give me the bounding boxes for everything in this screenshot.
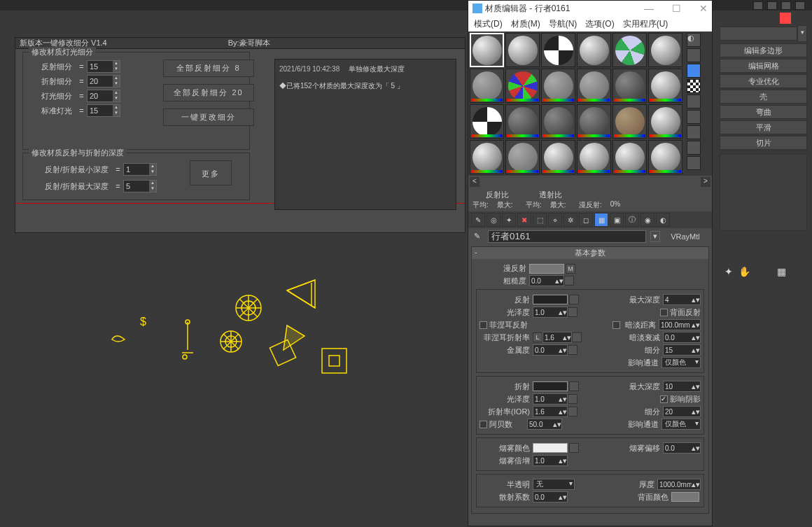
gloss-spinner[interactable]: ▴▾ bbox=[533, 307, 568, 318]
eyedropper-icon[interactable]: ✎ bbox=[474, 232, 484, 241]
fresnel-check[interactable] bbox=[479, 321, 487, 329]
mod-edit-poly[interactable]: 编辑多边形 bbox=[720, 43, 807, 57]
tool-icon[interactable]: ◉ bbox=[640, 213, 654, 227]
palette-button[interactable] bbox=[687, 110, 701, 124]
tool-icon[interactable]: ⓘ bbox=[625, 213, 639, 227]
sample-slot[interactable] bbox=[577, 33, 611, 67]
refr-subdiv-spinner[interactable]: ▲▼ bbox=[87, 75, 120, 87]
top-icon-2[interactable] bbox=[767, 1, 777, 10]
tool-icon[interactable]: ⬚ bbox=[533, 213, 547, 227]
sample-slot[interactable] bbox=[505, 33, 540, 67]
onekey-button[interactable]: 一键更改细分 bbox=[163, 108, 254, 126]
material-name-input[interactable] bbox=[488, 230, 646, 243]
backrefl-check[interactable] bbox=[660, 309, 668, 316]
rollout-header[interactable]: -基本参数 bbox=[472, 247, 708, 259]
palette-button[interactable] bbox=[687, 125, 701, 139]
sample-slot[interactable] bbox=[577, 104, 611, 139]
mod-smooth[interactable]: 平滑 bbox=[720, 120, 807, 134]
sample-slot[interactable] bbox=[541, 69, 575, 103]
all-refl-20-button[interactable]: 全部反射细分 20 bbox=[163, 84, 254, 101]
sample-slot[interactable] bbox=[541, 33, 575, 67]
top-icon-4[interactable] bbox=[795, 1, 805, 10]
menu-mode[interactable]: 模式(D) bbox=[474, 18, 503, 30]
maximize-icon[interactable]: ☐ bbox=[672, 3, 681, 14]
sample-slot[interactable] bbox=[470, 104, 504, 139]
sample-slot[interactable] bbox=[612, 69, 647, 103]
palette-button[interactable] bbox=[687, 64, 701, 78]
tool-icon[interactable]: ⋄ bbox=[548, 213, 562, 227]
sample-slot[interactable] bbox=[612, 104, 647, 139]
palette-button[interactable] bbox=[687, 48, 701, 62]
tool-icon[interactable]: ▣ bbox=[610, 213, 624, 227]
mod-slice[interactable]: 切片 bbox=[720, 136, 807, 150]
affshadow-check[interactable] bbox=[660, 395, 668, 403]
mod-shell[interactable]: 壳 bbox=[720, 90, 807, 104]
tool-icon[interactable]: ✋ bbox=[738, 266, 750, 277]
refr-swatch[interactable] bbox=[533, 381, 568, 391]
tool-icon[interactable]: ✦ bbox=[724, 266, 733, 277]
diffuse-swatch[interactable] bbox=[529, 264, 564, 274]
tool-icon[interactable]: ◻ bbox=[579, 213, 593, 227]
tool-icon[interactable]: ◎ bbox=[486, 213, 500, 227]
modifier-stack-area[interactable] bbox=[720, 154, 807, 231]
sample-slot[interactable] bbox=[505, 140, 540, 174]
delete-icon[interactable]: ✖ bbox=[517, 213, 531, 227]
modifier-dropdown[interactable] bbox=[720, 27, 797, 41]
menu-utils[interactable]: 实用程序(U) bbox=[623, 18, 668, 30]
sample-slot[interactable] bbox=[612, 140, 647, 174]
top-icon-3[interactable] bbox=[781, 1, 791, 10]
backcol-swatch[interactable] bbox=[671, 492, 699, 502]
mod-bend[interactable]: 弯曲 bbox=[720, 105, 807, 119]
fogcol-swatch[interactable] bbox=[533, 443, 568, 453]
scroll-left-icon[interactable]: < bbox=[470, 177, 479, 187]
dim-check[interactable] bbox=[612, 321, 620, 329]
sample-slot[interactable] bbox=[577, 140, 611, 174]
viewport[interactable]: $ bbox=[105, 259, 385, 399]
menu-nav[interactable]: 导航(N) bbox=[549, 18, 578, 30]
sample-slot[interactable] bbox=[541, 104, 575, 139]
diffuse-map-button[interactable]: M bbox=[566, 264, 575, 274]
dropdown-arrow-icon[interactable]: ▾ bbox=[650, 231, 660, 242]
affect-select[interactable]: 仅颜色 bbox=[662, 357, 701, 368]
refl-swatch[interactable] bbox=[533, 295, 568, 304]
sample-slot[interactable] bbox=[577, 69, 611, 103]
rough-spinner[interactable]: ▴▾ bbox=[529, 275, 564, 286]
sample-slot[interactable] bbox=[612, 33, 647, 67]
menu-material[interactable]: 材质(M) bbox=[511, 18, 540, 30]
abbe-check[interactable] bbox=[479, 421, 487, 428]
dropdown-arrow-icon[interactable]: ▾ bbox=[797, 25, 807, 42]
eyedropper-icon[interactable]: ✎ bbox=[471, 213, 485, 227]
palette-swatch-red[interactable] bbox=[780, 13, 791, 24]
sample-slot[interactable] bbox=[648, 140, 682, 174]
sample-slot[interactable] bbox=[648, 33, 682, 67]
palette-button[interactable]: ◐ bbox=[687, 33, 701, 47]
std-light-spinner[interactable]: ▲▼ bbox=[87, 104, 120, 117]
palette-button[interactable] bbox=[687, 156, 701, 170]
sample-slot[interactable] bbox=[470, 33, 504, 67]
tool-icon[interactable]: ✲ bbox=[564, 213, 578, 227]
sample-slot[interactable] bbox=[505, 69, 540, 103]
affect-select[interactable]: 仅颜色 bbox=[662, 419, 701, 430]
maxd-refl-spinner[interactable]: ▴▾ bbox=[663, 294, 701, 305]
mod-pro-optimize[interactable]: 专业优化 bbox=[720, 74, 807, 88]
window-titlebar[interactable]: 材质编辑器 - 行者0161 — ☐ ✕ bbox=[468, 1, 712, 16]
translucent-select[interactable]: 无 bbox=[533, 479, 575, 490]
scroll-right-icon[interactable]: > bbox=[701, 177, 710, 187]
min-depth-spinner[interactable]: ▲▼ bbox=[123, 163, 157, 176]
tool-icon[interactable]: ✦ bbox=[502, 213, 516, 227]
close-icon[interactable]: ✕ bbox=[699, 3, 708, 14]
minimize-icon[interactable]: — bbox=[644, 3, 654, 14]
material-type[interactable]: VRayMtl bbox=[664, 232, 706, 241]
sample-slot[interactable] bbox=[470, 69, 504, 103]
more-button[interactable]: 更多 bbox=[190, 160, 232, 185]
all-refl-8-button[interactable]: 全部反射细分 8 bbox=[163, 59, 254, 77]
max-depth-spinner[interactable]: ▲▼ bbox=[123, 180, 157, 192]
tool-icon[interactable]: ◐ bbox=[656, 213, 670, 227]
refl-subdiv-spinner[interactable]: ▲▼ bbox=[87, 60, 120, 73]
sample-slot[interactable] bbox=[648, 69, 682, 103]
tool-icon[interactable]: ▦ bbox=[777, 266, 786, 277]
sample-slot[interactable] bbox=[470, 140, 504, 174]
palette-button[interactable] bbox=[687, 94, 701, 108]
mod-edit-mesh[interactable]: 编辑网格 bbox=[720, 59, 807, 73]
top-icon-1[interactable] bbox=[753, 1, 763, 10]
